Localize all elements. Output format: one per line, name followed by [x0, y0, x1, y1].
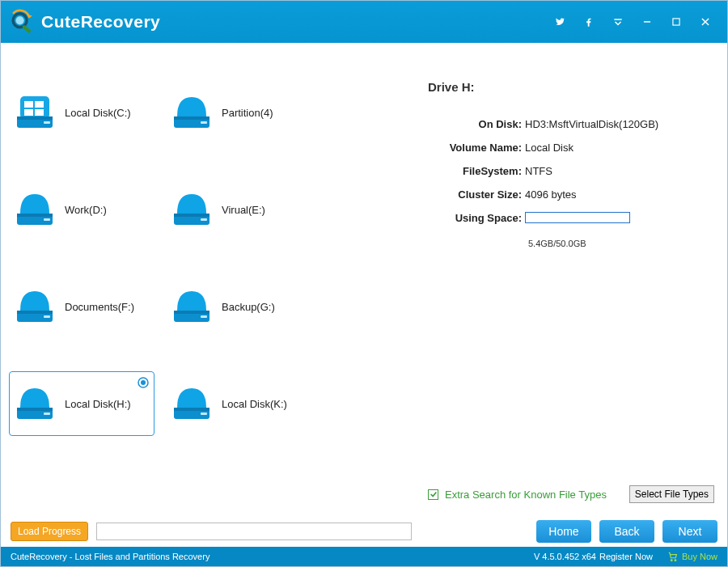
usage-text: 5.4GB/50.0GB [528, 239, 714, 248]
label-on-disk: On Disk: [428, 118, 525, 130]
svg-rect-39 [201, 413, 207, 415]
svg-marker-3 [27, 15, 32, 18]
label-using-space: Using Space: [428, 212, 525, 226]
svg-rect-38 [174, 408, 210, 411]
svg-rect-6 [673, 19, 679, 25]
svg-rect-19 [201, 121, 207, 124]
drive-item-5[interactable]: Backup(G:) [166, 274, 311, 339]
selected-radio-icon [138, 377, 149, 391]
svg-point-40 [671, 560, 672, 561]
status-version: V 4.5.0.452 x64 [534, 552, 596, 561]
home-button[interactable]: Home [536, 520, 591, 543]
drive-grid: Local Disk(C:)Partition(4)Work(D:)Virual… [9, 80, 408, 436]
drives-panel[interactable]: Local Disk(C:)Partition(4)Work(D:)Virual… [6, 48, 408, 499]
svg-rect-31 [201, 315, 207, 318]
value-filesystem: NTFS [525, 165, 552, 177]
maximize-icon[interactable] [669, 15, 684, 29]
svg-rect-30 [174, 311, 210, 314]
drive-label: Backup(G:) [222, 301, 275, 313]
extra-search-label: Extra Search for Known File Types [445, 489, 607, 501]
dropdown-icon[interactable] [611, 15, 625, 29]
disk-icon [171, 191, 212, 228]
disk-icon [171, 94, 212, 131]
svg-rect-12 [24, 109, 33, 116]
info-panel: Drive H: On Disk:HD3:MsftVirtualDisk(120… [412, 48, 722, 511]
minimize-icon[interactable] [640, 15, 654, 29]
drive-label: Local Disk(K:) [222, 398, 287, 410]
svg-rect-16 [44, 121, 50, 124]
drive-label: Work(D:) [65, 204, 107, 216]
drive-item-0[interactable]: Local Disk(C:) [9, 80, 154, 145]
svg-rect-21 [17, 214, 53, 217]
svg-rect-15 [17, 116, 53, 120]
app-title: CuteRecovery [41, 12, 160, 32]
main-body: Local Disk(C:)Partition(4)Work(D:)Virual… [1, 43, 727, 516]
value-volume-name: Local Disk [525, 142, 574, 154]
window-controls [552, 15, 719, 29]
svg-rect-11 [35, 101, 44, 108]
title-bar: CuteRecovery [1, 1, 727, 43]
twitter-icon[interactable] [552, 15, 567, 29]
label-cluster-size: Cluster Size: [428, 188, 525, 201]
drive-item-3[interactable]: Virual(E:) [166, 177, 311, 242]
usage-bar [525, 212, 630, 223]
cart-icon [667, 551, 679, 562]
buy-now-link[interactable]: Buy Now [667, 551, 717, 562]
select-file-types-button[interactable]: Select File Types [629, 485, 714, 503]
drive-label: Virual(E:) [222, 204, 265, 216]
app-window: CuteRecovery Local Disk(C:)Partition(4)W… [0, 0, 728, 567]
svg-rect-18 [174, 116, 210, 120]
load-progress-button[interactable]: Load Progress [11, 522, 88, 541]
value-cluster-size: 4096 bytes [525, 188, 577, 201]
disk-icon [171, 385, 212, 422]
svg-point-41 [675, 560, 676, 561]
back-button[interactable]: Back [599, 520, 654, 543]
disk-icon [15, 191, 55, 228]
svg-rect-25 [201, 218, 207, 221]
value-on-disk: HD3:MsftVirtualDisk(120GB) [525, 118, 658, 130]
drive-label: Documents(F:) [65, 301, 134, 313]
drive-item-1[interactable]: Partition(4) [166, 80, 311, 145]
label-volume-name: Volume Name: [428, 142, 525, 154]
disk-icon [15, 288, 55, 325]
drive-item-4[interactable]: Documents(F:) [9, 274, 154, 339]
drive-item-2[interactable]: Work(D:) [9, 177, 154, 242]
value-using-space [525, 212, 630, 226]
register-link[interactable]: Register Now [599, 552, 653, 561]
svg-rect-13 [35, 109, 44, 116]
svg-point-1 [16, 16, 24, 24]
svg-rect-28 [44, 315, 50, 318]
svg-rect-24 [174, 214, 210, 217]
buy-now-label: Buy Now [682, 552, 717, 561]
drive-label: Partition(4) [222, 107, 273, 119]
app-logo-icon [9, 8, 36, 36]
close-icon[interactable] [698, 15, 713, 29]
svg-rect-27 [17, 311, 53, 314]
svg-rect-34 [44, 413, 50, 415]
disk-icon [171, 288, 212, 325]
svg-rect-10 [24, 101, 33, 108]
drive-item-7[interactable]: Local Disk(K:) [166, 371, 311, 436]
drive-info-title: Drive H: [428, 80, 714, 94]
svg-point-36 [141, 380, 146, 385]
drive-label: Local Disk(C:) [65, 107, 131, 119]
status-bar: CuteRecovery - Lost Files and Partitions… [1, 547, 727, 566]
svg-rect-22 [44, 218, 50, 221]
footer-bar: Load Progress Home Back Next [1, 516, 727, 547]
facebook-icon[interactable] [582, 15, 596, 29]
drive-item-6[interactable]: Local Disk(H:) [9, 371, 154, 436]
extra-search-row: Extra Search for Known File Types Select… [428, 485, 714, 503]
svg-rect-33 [17, 408, 53, 411]
progress-path-input[interactable] [96, 523, 412, 540]
label-filesystem: FileSystem: [428, 165, 525, 177]
next-button[interactable]: Next [662, 520, 717, 543]
svg-rect-2 [22, 24, 32, 33]
status-tagline: CuteRecovery - Lost Files and Partitions… [11, 552, 210, 561]
drive-label: Local Disk(H:) [65, 398, 131, 410]
disk-icon [15, 385, 55, 422]
extra-search-checkbox[interactable] [428, 489, 438, 500]
windows-disk-icon [15, 94, 55, 131]
